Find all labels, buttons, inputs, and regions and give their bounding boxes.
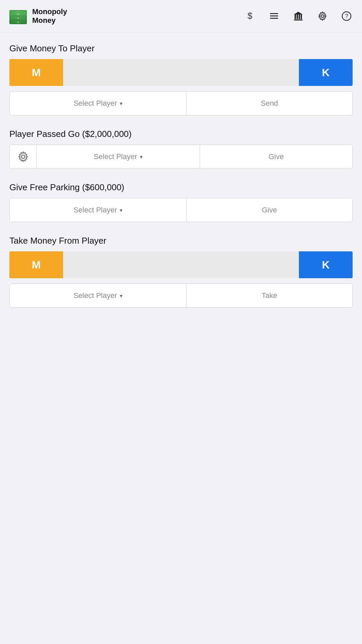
take-money-m-button[interactable]: M [9,251,63,278]
free-parking-section: Give Free Parking ($600,000) Select Play… [9,182,353,222]
take-money-action-row: Select Player ▾ Take [9,284,353,308]
give-money-title: Give Money To Player [9,43,353,54]
give-money-k-button[interactable]: K [299,59,353,86]
svg-point-25 [321,15,324,17]
app-name: MonopolyMoney [32,7,67,25]
passed-go-select-label: Select Player [94,152,137,161]
free-parking-select-label: Select Player [73,206,117,214]
free-parking-dropdown-arrow-icon: ▾ [120,207,122,213]
help-nav-icon[interactable]: ? [339,9,354,23]
svg-rect-24 [294,19,303,20]
passed-go-gear-button[interactable] [10,145,37,168]
dollar-nav-icon[interactable]: $ [243,9,257,23]
passed-go-give-button[interactable]: Give [200,145,352,168]
passed-go-dropdown-arrow-icon: ▾ [140,154,143,160]
app-logo-icon: $ $ $ [8,6,28,26]
give-money-select-player-button[interactable]: Select Player ▾ [10,92,187,115]
svg-text:?: ? [345,13,348,19]
free-parking-give-button[interactable]: Give [187,198,352,222]
free-parking-select-player-button[interactable]: Select Player ▾ [10,198,187,222]
passed-go-section: Player Passed Go ($2,000,000) Select Pla… [9,129,353,169]
list-nav-icon[interactable] [267,9,281,23]
settings-nav-icon[interactable] [315,9,330,23]
svg-text:$: $ [17,20,19,23]
give-money-slider-track[interactable] [63,59,299,86]
svg-text:$: $ [17,12,19,15]
take-money-section: Take Money From Player M K Select Player… [9,236,353,308]
give-money-action-row: Select Player ▾ Send [9,91,353,115]
gear-icon [17,151,29,163]
take-money-select-label: Select Player [73,291,117,300]
take-money-dropdown-arrow-icon: ▾ [120,293,122,299]
passed-go-action-row: Select Player ▾ Give [9,145,353,169]
svg-point-28 [21,155,25,158]
give-money-send-button[interactable]: Send [187,92,352,115]
bank-nav-icon[interactable] [291,9,306,23]
svg-marker-19 [294,12,303,14]
svg-rect-17 [270,15,272,16]
svg-text:$: $ [17,16,19,19]
passed-go-title: Player Passed Go ($2,000,000) [9,129,353,139]
svg-text:$: $ [248,11,253,21]
give-money-m-button[interactable]: M [9,59,63,86]
svg-rect-18 [270,18,272,19]
give-money-select-label: Select Player [73,99,117,108]
svg-rect-21 [297,14,298,19]
take-money-take-button[interactable]: Take [187,284,352,307]
app-header: $ $ $ MonopolyMoney $ [0,0,362,33]
take-money-title: Take Money From Player [9,236,353,246]
main-content: Give Money To Player M K Select Player ▾… [0,33,362,318]
take-money-k-button[interactable]: K [299,251,353,278]
free-parking-action-row: Select Player ▾ Give [9,198,353,222]
svg-rect-23 [301,14,302,19]
free-parking-title: Give Free Parking ($600,000) [9,182,353,193]
take-money-select-player-button[interactable]: Select Player ▾ [10,284,187,307]
svg-rect-16 [270,13,272,14]
give-money-dropdown-arrow-icon: ▾ [120,100,122,107]
give-money-amount-row[interactable]: M K [9,59,353,86]
give-money-section: Give Money To Player M K Select Player ▾… [9,43,353,115]
logo-area: $ $ $ MonopolyMoney [8,6,67,26]
passed-go-select-player-button[interactable]: Select Player ▾ [37,145,200,168]
take-money-amount-row[interactable]: M K [9,251,353,278]
svg-rect-20 [295,14,296,19]
svg-rect-22 [299,14,300,19]
take-money-slider-track[interactable] [63,251,299,278]
